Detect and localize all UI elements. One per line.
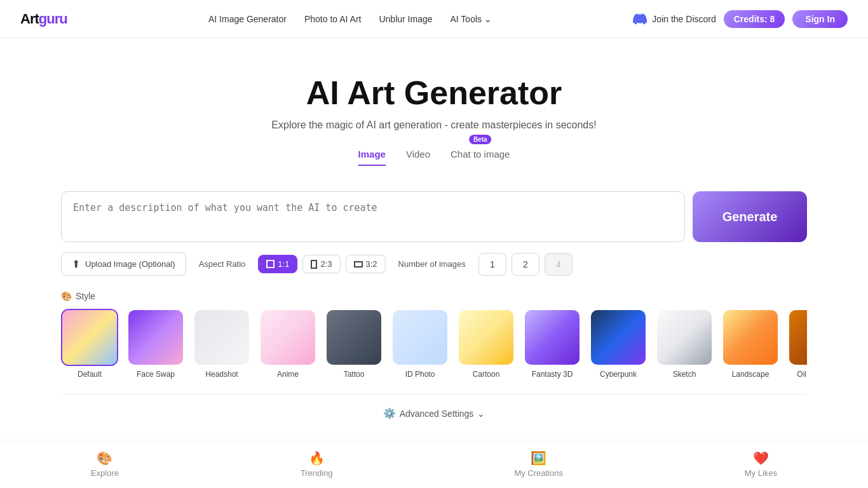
style-item-cyberpunk[interactable]: Cyberpunk xyxy=(590,309,647,379)
style-item-faceswap[interactable]: Face Swap xyxy=(127,309,184,379)
style-grid: DefaultFace SwapHeadshotAnimeTattooID Ph… xyxy=(61,309,807,384)
style-label-sketch: Sketch xyxy=(656,370,713,379)
style-label-oilpainting: Oil Painting xyxy=(788,370,807,379)
portrait-icon xyxy=(311,260,317,269)
credits-button[interactable]: Credits: 8 xyxy=(724,10,785,28)
style-label-idphoto: ID Photo xyxy=(391,370,449,379)
num-btn-1[interactable]: 1 xyxy=(478,253,506,276)
style-label-default: Default xyxy=(61,370,118,379)
style-item-cartoon[interactable]: Cartoon xyxy=(458,309,515,379)
style-label-cyberpunk: Cyberpunk xyxy=(590,370,647,379)
upload-icon: ⬆ xyxy=(72,258,80,270)
header: Artguru AI Image Generator Photo to AI A… xyxy=(0,0,868,38)
upload-image-button[interactable]: ⬆ Upload Image (Optional) xyxy=(61,252,186,276)
beta-badge: Beta xyxy=(469,135,492,144)
num-images-options: 1 2 4 xyxy=(478,253,573,276)
logo[interactable]: Artguru xyxy=(20,11,67,27)
style-item-landscape[interactable]: Landscape xyxy=(722,309,779,379)
style-item-default[interactable]: Default xyxy=(61,309,118,379)
discord-icon xyxy=(633,12,647,26)
prompt-input[interactable] xyxy=(61,191,685,242)
style-item-idphoto[interactable]: ID Photo xyxy=(391,309,449,379)
aspect-btn-3-2[interactable]: 3:2 xyxy=(346,255,386,273)
style-item-tattoo[interactable]: Tattoo xyxy=(325,309,383,379)
aspect-btn-1-1[interactable]: 1:1 xyxy=(258,255,297,273)
aspect-btn-2-3[interactable]: 2:3 xyxy=(302,255,340,273)
style-label-fantasy3d: Fantasty 3D xyxy=(524,370,581,379)
style-label-faceswap: Face Swap xyxy=(127,370,184,379)
style-label-cartoon: Cartoon xyxy=(458,370,515,379)
discord-button[interactable]: Join the Discord xyxy=(633,12,715,26)
style-label-headshot: Headshot xyxy=(193,370,250,379)
page-title: AI Art Generator xyxy=(10,74,858,112)
aspect-ratio-label: Aspect Ratio xyxy=(199,259,246,269)
main-nav: AI Image Generator Photo to AI Art Unblu… xyxy=(208,14,492,24)
num-btn-4: 4 xyxy=(545,253,573,276)
style-section: 🎨 Style DefaultFace SwapHeadshotAnimeTat… xyxy=(61,291,807,384)
style-item-anime[interactable]: Anime xyxy=(259,309,316,379)
style-label-landscape: Landscape xyxy=(722,370,779,379)
square-icon xyxy=(266,260,275,268)
style-item-sketch[interactable]: Sketch xyxy=(656,309,713,379)
main-content: Generate ⬆ Upload Image (Optional) Aspec… xyxy=(31,191,837,432)
style-label-anime: Anime xyxy=(259,370,316,379)
tab-image[interactable]: Image xyxy=(358,149,386,166)
style-item-fantasy3d[interactable]: Fantasty 3D xyxy=(524,309,581,379)
nav-item-photo-to-ai[interactable]: Photo to AI Art xyxy=(304,14,362,24)
num-btn-2[interactable]: 2 xyxy=(512,253,539,276)
signin-button[interactable]: Sign In xyxy=(792,10,848,28)
style-item-headshot[interactable]: Headshot xyxy=(193,309,250,379)
aspect-ratio-options: 1:1 2:3 3:2 xyxy=(258,255,385,273)
style-label-tattoo: Tattoo xyxy=(325,370,383,379)
style-header: 🎨 Style xyxy=(61,291,807,301)
nav-item-ai-tools[interactable]: AI Tools ⌄ xyxy=(451,14,492,24)
chevron-down-icon: ⌄ xyxy=(484,14,492,24)
gear-icon: ⚙️ xyxy=(383,407,396,419)
options-row: ⬆ Upload Image (Optional) Aspect Ratio 1… xyxy=(61,252,807,276)
hero-subtitle: Explore the magic of AI art generation -… xyxy=(10,119,858,131)
tab-video[interactable]: Video xyxy=(406,149,430,166)
header-right: Join the Discord Credits: 8 Sign In xyxy=(633,10,848,28)
generate-button[interactable]: Generate xyxy=(693,191,807,242)
num-images-label: Number of images xyxy=(398,259,466,269)
chevron-down-icon: ⌄ xyxy=(477,409,485,419)
prompt-row: Generate xyxy=(61,191,807,242)
style-item-oilpainting[interactable]: Oil Painting xyxy=(788,309,807,379)
tab-bar: Image Video Beta Chat to image xyxy=(10,149,858,166)
landscape-icon xyxy=(354,261,363,268)
nav-item-ai-image-gen[interactable]: AI Image Generator xyxy=(208,14,287,24)
nav-item-unblur[interactable]: Unblur Image xyxy=(379,14,432,24)
tab-chat-to-image[interactable]: Beta Chat to image xyxy=(451,149,510,166)
advanced-settings-toggle[interactable]: ⚙️ Advanced Settings ⌄ xyxy=(61,394,807,432)
hero-section: AI Art Generator Explore the magic of AI… xyxy=(0,38,868,191)
